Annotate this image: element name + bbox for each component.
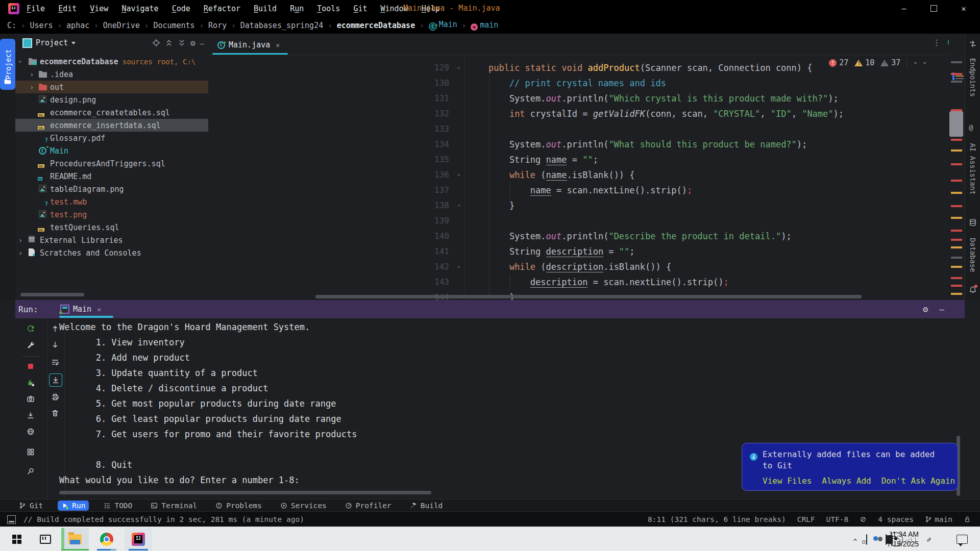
clear-all-icon[interactable] — [50, 408, 60, 418]
tree-item-ecommerce-createtables-sql[interactable]: SQLecommerce_createtables.sql — [15, 106, 208, 119]
toolwindow-button-problems[interactable]: Problems — [212, 500, 265, 511]
chrome-button[interactable] — [93, 528, 120, 550]
notification-action-don-t-ask-again[interactable]: Don't Ask Again — [881, 476, 955, 486]
breadcrumb-rory[interactable]: Rory — [208, 21, 227, 30]
expand-chevron-icon[interactable]: › — [30, 70, 34, 79]
tree-item-test-png[interactable]: test.png — [15, 208, 208, 221]
status-message[interactable]: // Build completed successfully in 2 sec… — [23, 512, 304, 527]
minimize-button[interactable]: — — [895, 0, 913, 17]
file-explorer-button[interactable] — [61, 528, 89, 550]
notification-action-view-files[interactable]: View Files — [763, 476, 812, 486]
tree-item-ecommerce-insertdata-sql[interactable]: SQLecommerce_insertdata.sql — [15, 119, 208, 132]
tree-item-design-png[interactable]: design.png — [15, 93, 208, 106]
close-tab-icon[interactable]: ✕ — [276, 41, 280, 49]
hide-icon[interactable]: — — [200, 38, 204, 48]
expand-chevron-icon[interactable]: › — [30, 83, 34, 91]
tree-item-tablediagram-png[interactable]: tableDiagram.png — [15, 183, 208, 195]
menu-file[interactable]: File — [27, 4, 45, 13]
breadcrumb-databasesspring24[interactable]: Databases_spring24 — [240, 21, 324, 30]
breadcrumb-main[interactable]: mmain — [471, 20, 498, 31]
toolwindow-button-terminal[interactable]: Terminal — [147, 500, 201, 511]
stripe-database[interactable]: Database — [965, 231, 980, 280]
project-hscrollbar[interactable] — [20, 293, 84, 296]
menu-edit[interactable]: Edit — [58, 4, 77, 13]
editor-hscrollbar[interactable] — [315, 295, 862, 298]
maximize-button[interactable] — [925, 0, 942, 17]
menu-git[interactable]: Git — [353, 4, 367, 13]
toolwindow-button-todo[interactable]: TODO — [100, 500, 136, 511]
screenshot-icon[interactable] — [26, 394, 36, 404]
up-icon[interactable] — [50, 323, 60, 334]
breadcrumb-aphac[interactable]: aphac — [66, 21, 89, 30]
fold-marker-icon[interactable]: › — [455, 60, 463, 76]
tab-options-kebab-icon[interactable]: ⋮ — [933, 38, 941, 47]
next-problem-chevron-icon[interactable]: › — [922, 61, 929, 65]
status-file-encoding[interactable]: UTF-8 — [826, 515, 849, 523]
status-highlighting-level[interactable] — [860, 516, 867, 523]
taskbar-clock[interactable]: 11:34 AM 7/15/2025 — [887, 530, 919, 549]
close-button[interactable]: ✕ — [955, 0, 972, 17]
expand-chevron-icon[interactable]: › — [18, 236, 22, 244]
breadcrumb-documents[interactable]: Documents — [153, 21, 194, 30]
start-button[interactable] — [3, 528, 31, 550]
tree-item-glossary-pdf[interactable]: ?Glossary.pdf — [15, 132, 208, 144]
folder-icon[interactable] — [4, 78, 12, 86]
action-center-icon[interactable] — [957, 535, 968, 544]
run-settings-gear-icon[interactable]: ⚙ — [923, 304, 928, 314]
status-window-icon[interactable] — [7, 515, 16, 524]
pen-icon[interactable]: ✎ — [926, 535, 931, 544]
menu-code[interactable]: Code — [172, 4, 190, 13]
fold-marker-icon[interactable]: › — [455, 167, 463, 183]
endpoints-icon[interactable] — [969, 40, 977, 48]
status-file-lock[interactable] — [964, 516, 971, 523]
expand-all-icon[interactable] — [165, 39, 173, 47]
chevron-up-icon[interactable]: › — [852, 535, 857, 544]
notification-action-always-add[interactable]: Always Add — [822, 476, 871, 486]
prev-problem-chevron-icon[interactable]: › — [912, 61, 919, 65]
menu-view[interactable]: View — [90, 4, 108, 13]
status-caret-position[interactable]: 8:11 (321 chars, 6 line breaks) — [648, 515, 786, 523]
tree-item-ecommercedatabase[interactable]: ›ecommerceDatabase sources root, C:\ — [15, 55, 208, 68]
fold-marker-icon[interactable]: › — [455, 259, 463, 274]
task-view-button[interactable] — [32, 528, 59, 550]
collapse-all-icon[interactable] — [178, 39, 186, 47]
project-panel-title-button[interactable]: Project — [22, 34, 76, 52]
tree-item--idea[interactable]: ›.idea — [15, 68, 208, 81]
expand-chevron-icon[interactable]: › — [18, 249, 22, 257]
tree-item-scratches-and-consoles[interactable]: ›Scratches and Consoles — [15, 246, 208, 259]
menu-tools[interactable]: Tools — [317, 4, 340, 13]
pin-icon[interactable] — [26, 466, 36, 477]
close-run-tab-icon[interactable]: ✕ — [97, 306, 101, 313]
menu-navigate[interactable]: Navigate — [121, 4, 158, 13]
tree-item-external-libraries[interactable]: ›External Libraries — [15, 234, 208, 246]
editor[interactable]: C Main.java ✕ ⋮ !27 10 37 › › 129› publi… — [208, 34, 948, 300]
status-indent-size[interactable]: 4 spaces — [878, 515, 914, 523]
toolwindow-button-build[interactable]: Build — [406, 500, 447, 511]
breadcrumb-c[interactable]: C: — [7, 21, 16, 30]
breadcrumb-users[interactable]: Users — [30, 21, 53, 30]
attach-debugger-icon[interactable] — [26, 378, 36, 388]
menu-refactor[interactable]: Refactor — [204, 4, 240, 13]
stripe-ai-assistant[interactable]: AI Assistant — [965, 136, 980, 202]
inspect-globe-icon[interactable] — [26, 427, 36, 437]
print-icon[interactable] — [50, 392, 60, 402]
toolwindow-button-run[interactable]: Run — [58, 500, 89, 511]
intellij-button[interactable] — [125, 528, 152, 550]
toolwindow-button-services[interactable]: Services — [277, 500, 330, 511]
status-line-ending[interactable]: CRLF — [797, 515, 815, 523]
layout-grid-icon[interactable] — [26, 447, 36, 457]
tree-item-main[interactable]: CMain — [15, 144, 208, 157]
wrench-icon[interactable] — [26, 340, 36, 350]
console-hscrollbar[interactable] — [59, 491, 431, 494]
fold-marker-icon[interactable]: › — [455, 198, 463, 213]
menu-run[interactable]: Run — [290, 4, 304, 13]
status-git-branch[interactable]: main — [925, 515, 952, 523]
toolwindow-button-git[interactable]: Git — [15, 500, 46, 511]
menu-build[interactable]: Build — [254, 4, 277, 13]
collapse-chevron-icon[interactable]: › — [16, 59, 24, 63]
tree-item-out[interactable]: ›out — [15, 81, 208, 93]
breadcrumb-main[interactable]: CMain — [429, 20, 457, 31]
inspections-widget[interactable]: !27 10 37 › › — [829, 57, 927, 68]
ai-icon[interactable]: @ — [969, 123, 973, 132]
stop-icon[interactable] — [26, 361, 36, 371]
